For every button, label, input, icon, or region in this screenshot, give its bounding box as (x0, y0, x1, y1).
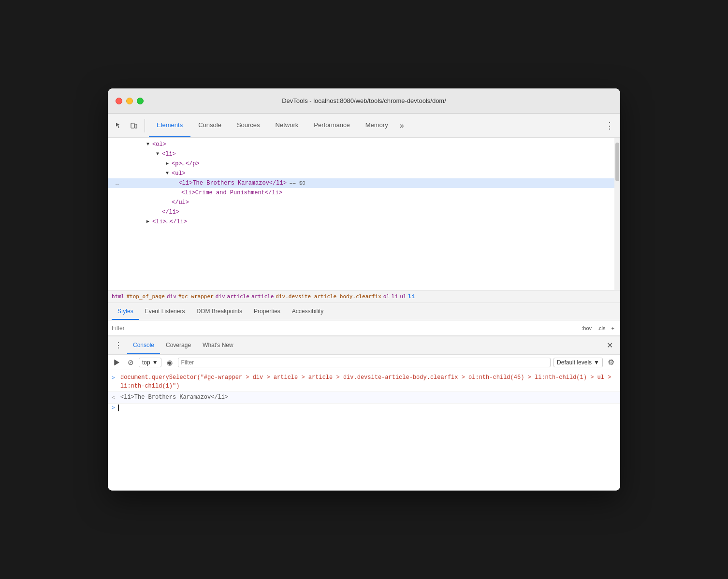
triangle-ul: ▼ (166, 169, 172, 178)
triangle-li1: ▼ (156, 150, 162, 159)
tag-close-ul: </ul> (172, 198, 189, 207)
levels-label: Default levels (557, 359, 592, 366)
devtools-body: Elements Console Sources Network Perform… (108, 114, 620, 491)
bc-li1[interactable]: li (392, 293, 398, 300)
tab-event-listeners[interactable]: Event Listeners (139, 303, 191, 320)
bc-top-of-page[interactable]: #top_of_page (127, 293, 165, 300)
bc-li2[interactable]: li (408, 293, 415, 300)
dom-row-li-collapsed[interactable]: ▶ <li>…</li> (108, 217, 614, 227)
close-button[interactable] (116, 98, 122, 104)
device-mode-icon[interactable] (127, 119, 141, 132)
dom-row-p[interactable]: ▶ <p>…</p> (108, 159, 614, 169)
context-arrow: ▼ (152, 359, 158, 366)
execute-context-button[interactable] (112, 357, 122, 368)
context-selector[interactable]: top ▼ (139, 358, 161, 367)
tag-p: <p>…</p> (172, 159, 200, 168)
console-panel: ⋮ Console Coverage What's New ✕ ⊘ top ▼ … (108, 336, 620, 491)
toolbar-icons (112, 119, 145, 132)
tab-memory[interactable]: Memory (358, 114, 396, 137)
console-filter-input[interactable] (178, 358, 551, 367)
triangle-ol: ▼ (146, 140, 152, 149)
selected-marker: == $0 (290, 179, 306, 188)
bc-gc-wrapper[interactable]: #gc-wrapper (178, 293, 214, 300)
bc-ul[interactable]: ul (400, 293, 406, 300)
maximize-button[interactable] (137, 98, 144, 104)
bc-article1[interactable]: article (227, 293, 249, 300)
inspect-icon[interactable] (112, 119, 125, 132)
dom-ellipsis: … (112, 179, 119, 188)
tab-network[interactable]: Network (268, 114, 306, 137)
bc-div1[interactable]: div (167, 293, 176, 300)
console-more-button[interactable]: ⋮ (112, 339, 125, 352)
dom-scroll-thumb[interactable] (615, 143, 619, 181)
dom-row-close-ul[interactable]: </ul> (108, 198, 614, 207)
bc-article2[interactable]: article (251, 293, 274, 300)
dom-row-close-li[interactable]: </li> (108, 207, 614, 217)
console-close-button[interactable]: ✕ (603, 339, 616, 352)
top-tabs-right: ⋮ (603, 119, 616, 132)
tab-dom-breakpoints[interactable]: DOM Breakpoints (190, 303, 248, 320)
tag-crime: <li>Crime and Punishment</li> (181, 188, 282, 197)
tag-close-li: </li> (162, 208, 179, 217)
tab-sources[interactable]: Sources (229, 114, 268, 137)
minimize-button[interactable] (126, 98, 133, 104)
tab-properties[interactable]: Properties (248, 303, 286, 320)
tab-whats-new[interactable]: What's New (197, 336, 239, 354)
filter-input[interactable] (112, 325, 576, 332)
dom-scrollbar[interactable] (614, 138, 620, 290)
window-title: DevTools - localhost:8080/web/tools/chro… (282, 97, 446, 104)
top-tab-bar: Elements Console Sources Network Perform… (108, 114, 620, 138)
title-bar: DevTools - localhost:8080/web/tools/chro… (108, 88, 620, 114)
bc-div-class[interactable]: div.devsite-article-body.clearfix (276, 293, 381, 300)
dom-tree: ▼ <ol> ▼ <li> ▶ <p>…</p> ▼ <ul> (108, 138, 614, 290)
tag-brothers: <li>The Brothers Karamazov</li> (121, 179, 287, 188)
dom-area: ▼ <ol> ▼ <li> ▶ <p>…</p> ▼ <ul> (108, 138, 620, 290)
prompt-arrow: > (112, 405, 115, 411)
devtools-menu-button[interactable]: ⋮ (603, 119, 616, 132)
tab-console-bottom[interactable]: Console (127, 336, 160, 354)
input-arrow: > (112, 374, 117, 382)
plus-button[interactable]: + (610, 324, 616, 332)
breadcrumb: html #top_of_page div #gc-wrapper div ar… (108, 290, 620, 303)
svg-marker-2 (115, 360, 119, 365)
main-tabs: Elements Console Sources Network Perform… (149, 114, 603, 137)
tab-elements[interactable]: Elements (149, 114, 190, 137)
dom-row-ol[interactable]: ▼ <ol> (108, 140, 614, 149)
tab-performance[interactable]: Performance (306, 114, 357, 137)
tab-console[interactable]: Console (190, 114, 229, 137)
tab-styles[interactable]: Styles (112, 303, 139, 320)
more-tabs-button[interactable]: » (396, 121, 408, 130)
dom-row-brothers[interactable]: … <li>The Brothers Karamazov</li> == $0 (108, 178, 614, 188)
hov-button[interactable]: :hov (580, 324, 594, 332)
tag-ol: <ol> (152, 140, 166, 149)
block-icon[interactable]: ⊘ (125, 357, 136, 368)
console-settings-button[interactable]: ⚙ (606, 357, 616, 368)
dom-row-ul[interactable]: ▼ <ul> (108, 169, 614, 178)
traffic-lights (116, 98, 144, 104)
console-entry-output: < <li>The Brothers Karamazov</li> (108, 392, 620, 404)
cls-button[interactable]: .cls (596, 324, 608, 332)
svg-rect-1 (135, 124, 137, 128)
tag-li1: <li> (162, 150, 176, 159)
bc-div2[interactable]: div (216, 293, 225, 300)
tri-close-li (156, 208, 162, 217)
tab-accessibility[interactable]: Accessibility (286, 303, 329, 320)
dom-row-li1[interactable]: ▼ <li> (108, 149, 614, 159)
svg-rect-0 (131, 123, 134, 128)
tri-close-ul (166, 198, 172, 207)
filter-buttons: :hov .cls + (580, 324, 616, 332)
log-levels-selector[interactable]: Default levels ▼ (553, 358, 603, 367)
cursor (118, 405, 119, 411)
tab-coverage[interactable]: Coverage (160, 336, 197, 354)
console-input-line[interactable]: > (108, 404, 620, 412)
output-arrow: < (112, 393, 117, 402)
console-query: document.querySelector("#gc-wrapper > di… (120, 373, 616, 391)
levels-arrow: ▼ (594, 359, 599, 366)
console-entry-input: > document.querySelector("#gc-wrapper > … (108, 372, 620, 392)
tri-li-collapsed: ▶ (146, 217, 152, 226)
bc-ol[interactable]: ol (383, 293, 390, 300)
eye-icon[interactable]: ◉ (164, 357, 175, 368)
bc-html[interactable]: html (112, 293, 125, 300)
devtools-window: DevTools - localhost:8080/web/tools/chro… (108, 88, 620, 491)
dom-row-crime[interactable]: <li>Crime and Punishment</li> (108, 188, 614, 198)
